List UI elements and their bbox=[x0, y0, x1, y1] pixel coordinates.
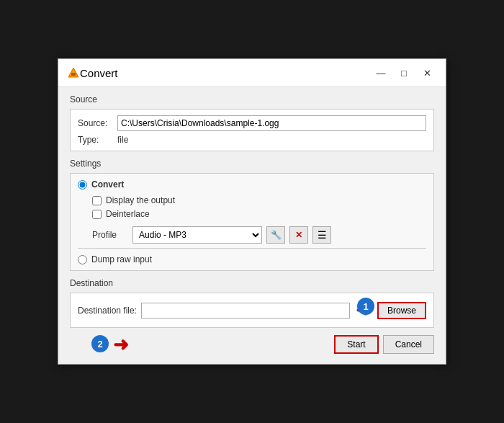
dump-row: Dump raw input bbox=[78, 254, 426, 264]
settings-box: Convert Display the output Deinterlace P… bbox=[70, 173, 434, 271]
settings-section-label: Settings bbox=[70, 159, 434, 169]
dump-label: Dump raw input bbox=[91, 254, 152, 264]
source-section: Source Source: Type: file bbox=[70, 94, 434, 151]
close-button[interactable]: ✕ bbox=[417, 65, 437, 81]
maximize-button[interactable]: □ bbox=[394, 65, 414, 81]
title-bar: Convert — □ ✕ bbox=[58, 59, 446, 87]
profile-row: Profile Audio - MP3 Video - H.264 + MP3 … bbox=[92, 226, 426, 244]
display-output-label: Display the output bbox=[106, 195, 175, 205]
type-value: file bbox=[117, 135, 128, 145]
start-button[interactable]: Start bbox=[334, 335, 378, 354]
vlc-icon bbox=[67, 66, 80, 79]
dest-file-label: Destination file: bbox=[78, 306, 137, 316]
source-section-label: Source bbox=[70, 94, 434, 104]
convert-radio[interactable] bbox=[78, 180, 87, 190]
profile-select[interactable]: Audio - MP3 Video - H.264 + MP3 (MP4) Au… bbox=[132, 226, 262, 244]
deinterlace-checkbox[interactable] bbox=[92, 210, 102, 219]
footer-row: 2 ➜ Start Cancel bbox=[70, 335, 434, 354]
source-box: Source: Type: file bbox=[70, 109, 434, 151]
minimize-button[interactable]: — bbox=[371, 65, 391, 81]
profile-label: Profile bbox=[92, 230, 128, 240]
type-field-row: Type: file bbox=[78, 135, 426, 145]
window-title: Convert bbox=[80, 67, 371, 79]
destination-box: Destination file: 1 ➜ Browse bbox=[70, 293, 434, 328]
settings-divider bbox=[78, 248, 426, 249]
settings-section: Settings Convert Display the output Dein… bbox=[70, 159, 434, 271]
svg-marker-0 bbox=[68, 68, 78, 77]
dump-radio[interactable] bbox=[78, 255, 87, 264]
display-output-row: Display the output bbox=[92, 195, 426, 205]
title-bar-controls: — □ ✕ bbox=[371, 65, 437, 81]
dest-row: Destination file: 1 ➜ Browse bbox=[78, 299, 426, 321]
deinterlace-label: Deinterlace bbox=[106, 209, 150, 219]
dest-file-input[interactable] bbox=[141, 303, 350, 319]
source-label: Source: bbox=[78, 118, 117, 128]
browse-button[interactable]: Browse bbox=[377, 302, 426, 319]
start-arrow: ➜ bbox=[113, 334, 129, 356]
delete-profile-button[interactable]: ✕ bbox=[289, 226, 308, 244]
source-input[interactable] bbox=[117, 115, 426, 131]
convert-radio-row: Convert bbox=[78, 179, 426, 190]
display-output-checkbox[interactable] bbox=[92, 196, 102, 205]
annotation-badge-1: 1 bbox=[357, 298, 374, 315]
cancel-button[interactable]: Cancel bbox=[383, 335, 434, 354]
type-label: Type: bbox=[78, 135, 117, 145]
source-field-row: Source: bbox=[78, 115, 426, 131]
annotation-badge-2: 2 bbox=[91, 335, 109, 352]
svg-rect-1 bbox=[71, 73, 76, 76]
dialog-content: Source Source: Type: file Settings Conve… bbox=[58, 87, 446, 364]
convert-dialog: Convert — □ ✕ Source Source: Type: file bbox=[58, 58, 446, 365]
convert-radio-label: Convert bbox=[91, 179, 124, 190]
deinterlace-row: Deinterlace bbox=[92, 209, 426, 219]
edit-profile-button[interactable]: 🔧 bbox=[266, 226, 285, 244]
new-profile-button[interactable]: ☰ bbox=[312, 226, 331, 244]
destination-section: Destination Destination file: 1 ➜ Browse bbox=[70, 278, 434, 328]
destination-section-label: Destination bbox=[70, 278, 434, 288]
